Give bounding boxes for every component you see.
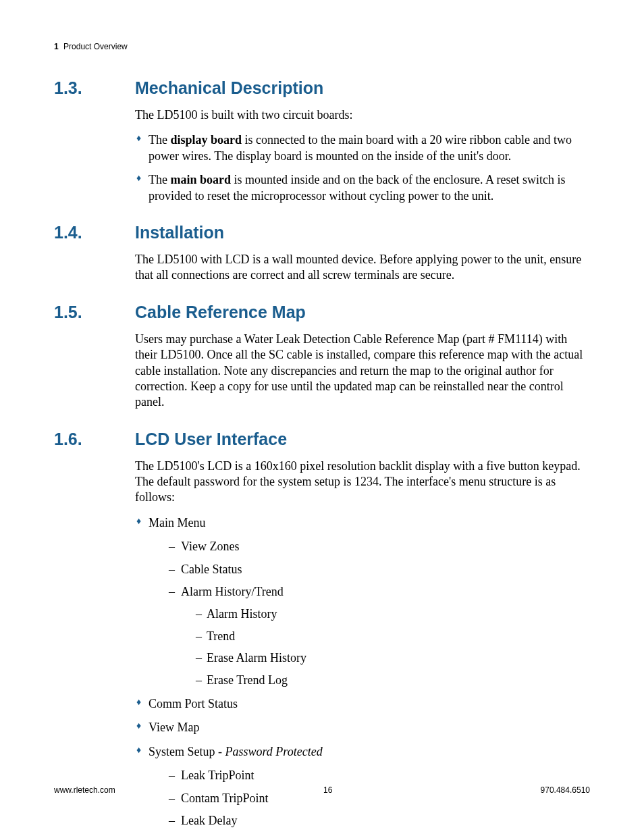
list-item: Alarm History/Trend Alarm History Trend … (169, 584, 590, 688)
body-text: The LD5100 with LCD is a wall mounted de… (135, 252, 590, 284)
list-item: The display board is connected to the ma… (135, 132, 590, 164)
menu-item: View Zones (181, 540, 239, 553)
menu-item-note: Password Protected (225, 745, 323, 758)
section-1-4: 1.4. Installation The LD5100 with LCD is… (54, 223, 590, 284)
menu-item: Erase Alarm History (207, 651, 306, 664)
body-text: The (149, 133, 170, 147)
menu-item: Trend (207, 629, 235, 643)
body-text: Users may purchase a Water Leak Detectio… (135, 332, 590, 411)
menu-item: Alarm History/Trend (181, 585, 284, 598)
section-1-5: 1.5. Cable Reference Map Users may purch… (54, 303, 590, 411)
list-item: Alarm History (196, 606, 590, 622)
list-item: Erase Trend Log (196, 673, 590, 688)
list-item: Main Menu View Zones Cable Status Alarm … (135, 515, 590, 688)
menu-item: Alarm History (207, 607, 277, 621)
section-title: Cable Reference Map (135, 303, 306, 322)
list-item: The main board is mounted inside and on … (135, 172, 590, 204)
menu-item: Leak TripPoint (181, 768, 254, 782)
list-item: View Map (135, 720, 590, 735)
menu-item: Leak Delay (181, 814, 237, 827)
list-item: Cable Status (169, 562, 590, 577)
section-title: Installation (135, 223, 224, 242)
section-title: Mechanical Description (135, 78, 323, 98)
footer-url: www.rletech.com (54, 785, 115, 795)
list-item: Erase Alarm History (196, 650, 590, 666)
page-number: 16 (323, 785, 332, 795)
section-title: LCD User Interface (135, 429, 287, 449)
bullet-bold: display board (170, 133, 242, 147)
footer-phone: 970.484.6510 (541, 785, 590, 795)
page-header: 1 Product Overview (54, 42, 590, 51)
section-number: 1.6. (54, 429, 135, 449)
page-footer: www.rletech.com 16 970.484.6510 (54, 785, 590, 795)
section-1-6: 1.6. LCD User Interface The LD5100's LCD… (54, 429, 590, 834)
menu-item: Comm Port Status (149, 697, 238, 710)
menu-item: Cable Status (181, 563, 242, 576)
section-1-3: 1.3. Mechanical Description The LD5100 i… (54, 78, 590, 204)
list-item: View Zones (169, 539, 590, 554)
section-number: 1.4. (54, 223, 135, 242)
list-item: Leak TripPoint (169, 768, 590, 783)
menu-item: System Setup - (149, 745, 225, 758)
section-intro: The LD5100 is built with two circuit boa… (135, 107, 590, 123)
menu-item: Main Menu (149, 516, 206, 529)
chapter-number: 1 (54, 42, 59, 51)
bullet-bold: main board (170, 173, 231, 186)
list-item: Leak Delay (169, 813, 590, 829)
body-text: The (149, 173, 170, 186)
menu-item: View Map (149, 721, 199, 734)
section-number: 1.3. (54, 78, 135, 98)
list-item: Trend (196, 629, 590, 644)
chapter-title: Product Overview (63, 42, 128, 51)
body-text: The LD5100's LCD is a 160x160 pixel reso… (135, 459, 590, 506)
list-item: Comm Port Status (135, 696, 590, 712)
menu-item: Erase Trend Log (207, 673, 288, 687)
section-number: 1.5. (54, 303, 135, 322)
